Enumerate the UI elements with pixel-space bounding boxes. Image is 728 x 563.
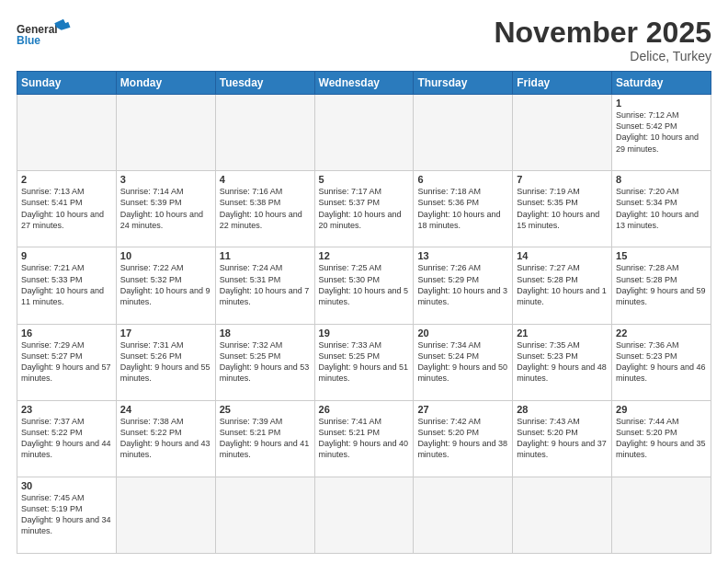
day-info: Sunrise: 7:37 AM Sunset: 5:22 PM Dayligh… [21, 416, 112, 461]
table-row [612, 477, 711, 553]
calendar-week-row: 16Sunrise: 7:29 AM Sunset: 5:27 PM Dayli… [17, 324, 711, 400]
day-info: Sunrise: 7:32 AM Sunset: 5:25 PM Dayligh… [220, 339, 311, 385]
day-number: 4 [220, 174, 311, 185]
table-row: 1Sunrise: 7:12 AM Sunset: 5:42 PM Daylig… [612, 95, 711, 171]
day-info: Sunrise: 7:13 AM Sunset: 5:41 PM Dayligh… [21, 186, 112, 231]
day-info: Sunrise: 7:24 AM Sunset: 5:31 PM Dayligh… [220, 262, 311, 307]
table-row: 24Sunrise: 7:38 AM Sunset: 5:22 PM Dayli… [116, 400, 215, 477]
day-number: 5 [319, 174, 410, 185]
table-row: 5Sunrise: 7:17 AM Sunset: 5:37 PM Daylig… [314, 171, 414, 247]
table-row [116, 95, 215, 171]
day-info: Sunrise: 7:38 AM Sunset: 5:22 PM Dayligh… [120, 416, 211, 461]
table-row [314, 95, 414, 171]
table-row: 2Sunrise: 7:13 AM Sunset: 5:41 PM Daylig… [17, 171, 117, 247]
table-row [513, 477, 612, 553]
day-info: Sunrise: 7:17 AM Sunset: 5:37 PM Dayligh… [319, 186, 410, 231]
calendar-week-row: 1Sunrise: 7:12 AM Sunset: 5:42 PM Daylig… [17, 95, 711, 171]
day-number: 9 [21, 250, 112, 261]
table-row: 23Sunrise: 7:37 AM Sunset: 5:22 PM Dayli… [17, 400, 117, 477]
day-info: Sunrise: 7:25 AM Sunset: 5:30 PM Dayligh… [319, 262, 410, 307]
day-info: Sunrise: 7:26 AM Sunset: 5:29 PM Dayligh… [417, 262, 508, 307]
page: General Blue November 2025 Delice, Turke… [0, 0, 728, 563]
day-number: 14 [517, 250, 608, 261]
day-info: Sunrise: 7:14 AM Sunset: 5:39 PM Dayligh… [120, 186, 211, 231]
day-info: Sunrise: 7:35 AM Sunset: 5:23 PM Dayligh… [517, 339, 608, 385]
table-row: 19Sunrise: 7:33 AM Sunset: 5:25 PM Dayli… [314, 324, 414, 400]
table-row: 25Sunrise: 7:39 AM Sunset: 5:21 PM Dayli… [215, 400, 314, 477]
subtitle: Delice, Turkey [494, 49, 711, 63]
day-number: 18 [220, 327, 311, 339]
day-info: Sunrise: 7:33 AM Sunset: 5:25 PM Dayligh… [319, 339, 410, 385]
table-row: 27Sunrise: 7:42 AM Sunset: 5:20 PM Dayli… [414, 400, 513, 477]
day-number: 29 [616, 404, 707, 415]
day-number: 16 [21, 327, 112, 339]
col-monday: Monday [116, 72, 215, 95]
col-thursday: Thursday [414, 72, 513, 95]
month-title: November 2025 [494, 17, 711, 49]
day-info: Sunrise: 7:45 AM Sunset: 5:19 PM Dayligh… [21, 492, 112, 537]
table-row: 12Sunrise: 7:25 AM Sunset: 5:30 PM Dayli… [314, 247, 414, 324]
day-info: Sunrise: 7:12 AM Sunset: 5:42 PM Dayligh… [616, 109, 707, 155]
table-row: 22Sunrise: 7:36 AM Sunset: 5:23 PM Dayli… [612, 324, 711, 400]
day-info: Sunrise: 7:18 AM Sunset: 5:36 PM Dayligh… [417, 186, 508, 231]
table-row: 15Sunrise: 7:28 AM Sunset: 5:28 PM Dayli… [612, 247, 711, 324]
table-row: 13Sunrise: 7:26 AM Sunset: 5:29 PM Dayli… [414, 247, 513, 324]
col-saturday: Saturday [612, 72, 711, 95]
table-row [116, 477, 215, 553]
table-row: 9Sunrise: 7:21 AM Sunset: 5:33 PM Daylig… [17, 247, 117, 324]
table-row: 18Sunrise: 7:32 AM Sunset: 5:25 PM Dayli… [215, 324, 314, 400]
table-row: 20Sunrise: 7:34 AM Sunset: 5:24 PM Dayli… [414, 324, 513, 400]
table-row [215, 95, 314, 171]
day-info: Sunrise: 7:41 AM Sunset: 5:21 PM Dayligh… [319, 416, 410, 461]
table-row [215, 477, 314, 553]
calendar-header-row: Sunday Monday Tuesday Wednesday Thursday… [17, 72, 711, 95]
day-number: 11 [220, 250, 311, 261]
table-row: 30Sunrise: 7:45 AM Sunset: 5:19 PM Dayli… [17, 477, 117, 553]
calendar-week-row: 23Sunrise: 7:37 AM Sunset: 5:22 PM Dayli… [17, 400, 711, 477]
day-number: 7 [517, 174, 608, 185]
day-number: 20 [417, 327, 508, 339]
day-number: 12 [319, 250, 410, 261]
day-info: Sunrise: 7:27 AM Sunset: 5:28 PM Dayligh… [517, 262, 608, 307]
table-row: 16Sunrise: 7:29 AM Sunset: 5:27 PM Dayli… [17, 324, 117, 400]
day-number: 6 [417, 174, 508, 185]
day-info: Sunrise: 7:43 AM Sunset: 5:20 PM Dayligh… [517, 416, 608, 461]
table-row: 8Sunrise: 7:20 AM Sunset: 5:34 PM Daylig… [612, 171, 711, 247]
day-info: Sunrise: 7:29 AM Sunset: 5:27 PM Dayligh… [21, 339, 112, 385]
day-number: 26 [319, 404, 410, 415]
day-number: 2 [21, 174, 112, 185]
day-info: Sunrise: 7:19 AM Sunset: 5:35 PM Dayligh… [517, 186, 608, 231]
day-info: Sunrise: 7:22 AM Sunset: 5:32 PM Dayligh… [120, 262, 211, 307]
title-block: November 2025 Delice, Turkey [494, 17, 711, 63]
col-wednesday: Wednesday [314, 72, 414, 95]
calendar: Sunday Monday Tuesday Wednesday Thursday… [17, 71, 711, 554]
day-number: 8 [616, 174, 707, 185]
day-number: 25 [220, 404, 311, 415]
table-row: 21Sunrise: 7:35 AM Sunset: 5:23 PM Dayli… [513, 324, 612, 400]
table-row: 10Sunrise: 7:22 AM Sunset: 5:32 PM Dayli… [116, 247, 215, 324]
table-row: 7Sunrise: 7:19 AM Sunset: 5:35 PM Daylig… [513, 171, 612, 247]
day-number: 3 [120, 174, 211, 185]
table-row: 6Sunrise: 7:18 AM Sunset: 5:36 PM Daylig… [414, 171, 513, 247]
day-info: Sunrise: 7:34 AM Sunset: 5:24 PM Dayligh… [417, 339, 508, 385]
day-info: Sunrise: 7:36 AM Sunset: 5:23 PM Dayligh… [616, 339, 707, 385]
col-tuesday: Tuesday [215, 72, 314, 95]
table-row: 26Sunrise: 7:41 AM Sunset: 5:21 PM Dayli… [314, 400, 414, 477]
day-number: 28 [517, 404, 608, 415]
col-sunday: Sunday [17, 72, 117, 95]
day-info: Sunrise: 7:28 AM Sunset: 5:28 PM Dayligh… [616, 262, 707, 307]
day-number: 24 [120, 404, 211, 415]
table-row [314, 477, 414, 553]
day-number: 19 [319, 327, 410, 339]
table-row [414, 95, 513, 171]
calendar-week-row: 2Sunrise: 7:13 AM Sunset: 5:41 PM Daylig… [17, 171, 711, 247]
table-row [513, 95, 612, 171]
table-row: 14Sunrise: 7:27 AM Sunset: 5:28 PM Dayli… [513, 247, 612, 324]
day-number: 10 [120, 250, 211, 261]
calendar-week-row: 9Sunrise: 7:21 AM Sunset: 5:33 PM Daylig… [17, 247, 711, 324]
day-number: 30 [21, 480, 112, 491]
day-number: 15 [616, 250, 707, 261]
table-row: 17Sunrise: 7:31 AM Sunset: 5:26 PM Dayli… [116, 324, 215, 400]
table-row: 28Sunrise: 7:43 AM Sunset: 5:20 PM Dayli… [513, 400, 612, 477]
calendar-week-row: 30Sunrise: 7:45 AM Sunset: 5:19 PM Dayli… [17, 477, 711, 553]
